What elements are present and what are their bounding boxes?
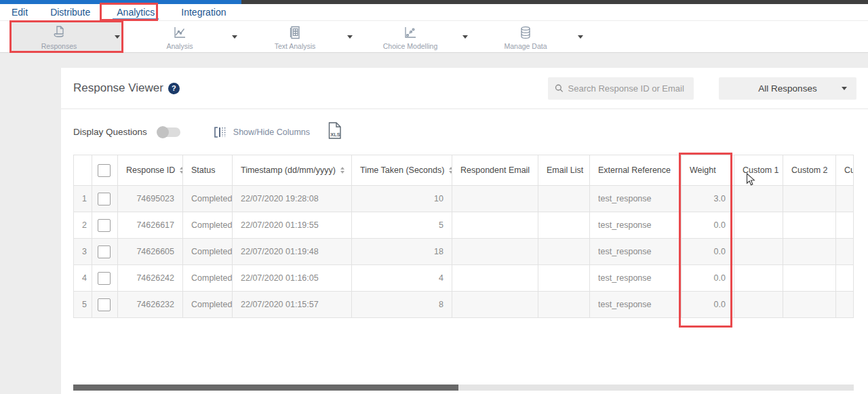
scrollbar-thumb[interactable] bbox=[73, 385, 458, 391]
col-header-custom1[interactable]: Custom 1 bbox=[734, 155, 783, 186]
table-row: 2 74626617 Completed 22/07/2020 01:19:55… bbox=[74, 212, 854, 239]
custom1-cell bbox=[734, 212, 783, 239]
row-checkbox[interactable] bbox=[98, 219, 111, 232]
chevron-down-icon[interactable] bbox=[232, 35, 237, 39]
toolbar-item-choice-modelling[interactable]: Choice Modelling bbox=[366, 22, 468, 52]
chevron-down-icon[interactable] bbox=[115, 35, 120, 39]
col-header-status[interactable]: Status bbox=[183, 155, 233, 186]
weight-cell: 0.0 bbox=[682, 239, 734, 265]
table-header-row: Response ID Status Timestamp (dd/mm/yyyy… bbox=[74, 155, 854, 186]
col-header-timestamp[interactable]: Timestamp (dd/mm/yyyy) bbox=[233, 155, 352, 186]
external-reference-cell: test_response bbox=[590, 292, 682, 318]
svg-text:XLS: XLS bbox=[330, 132, 340, 138]
row-select-cell bbox=[92, 212, 118, 239]
page-title: Response Viewer bbox=[73, 81, 163, 95]
response-id-link[interactable]: 74626242 bbox=[118, 265, 183, 292]
responses-table: Response ID Status Timestamp (dd/mm/yyyy… bbox=[73, 155, 854, 318]
row-checkbox[interactable] bbox=[98, 298, 111, 311]
row-select-cell bbox=[92, 186, 118, 212]
row-checkbox[interactable] bbox=[98, 193, 111, 205]
col-header-weight[interactable]: Weight bbox=[682, 155, 734, 186]
toolbar-item-label: Manage Data bbox=[504, 42, 547, 50]
time-taken-cell: 4 bbox=[352, 265, 452, 292]
nav-tab-analytics[interactable]: Analytics bbox=[113, 5, 159, 20]
custom3-cell bbox=[836, 265, 854, 292]
toolbar-item-label: Analysis bbox=[166, 42, 193, 50]
sort-icon[interactable] bbox=[180, 167, 182, 174]
row-number: 2 bbox=[74, 212, 92, 239]
manage-data-icon bbox=[517, 24, 534, 41]
response-id-link[interactable]: 74626232 bbox=[118, 292, 183, 318]
nav-tab-distribute[interactable]: Distribute bbox=[50, 7, 90, 18]
help-icon[interactable]: ? bbox=[168, 83, 180, 94]
col-header-respondent-email[interactable]: Respondent Email bbox=[452, 155, 538, 186]
toolbar-item-manage-data[interactable]: Manage Data bbox=[481, 22, 583, 52]
search-input[interactable] bbox=[568, 83, 687, 94]
response-id-link[interactable]: 74626617 bbox=[118, 212, 183, 239]
status-cell: Completed bbox=[183, 292, 233, 318]
table-row: 4 74626242 Completed 22/07/2020 01:16:05… bbox=[74, 265, 854, 292]
row-checkbox[interactable] bbox=[98, 245, 111, 258]
col-header-time-taken[interactable]: Time Taken (Seconds) bbox=[352, 155, 452, 186]
row-select-cell bbox=[92, 239, 118, 265]
analysis-icon bbox=[172, 24, 188, 41]
email-list-cell bbox=[538, 212, 590, 239]
col-header-custom2[interactable]: Custom 2 bbox=[783, 155, 836, 186]
col-header-response-id[interactable]: Response ID bbox=[118, 155, 183, 186]
export-xls-button[interactable]: XLS bbox=[328, 122, 342, 142]
email-list-cell bbox=[538, 186, 590, 212]
toolbar-item-label: Text Analysis bbox=[275, 42, 316, 50]
nav-tab-edit[interactable]: Edit bbox=[12, 7, 28, 18]
email-list-cell bbox=[538, 239, 590, 265]
timestamp-cell: 22/07/2020 19:28:08 bbox=[233, 186, 352, 212]
choice-modelling-icon bbox=[402, 24, 418, 41]
chevron-down-icon[interactable] bbox=[462, 35, 468, 39]
row-number: 1 bbox=[74, 186, 92, 212]
row-number: 4 bbox=[74, 265, 92, 292]
response-id-link[interactable]: 74626605 bbox=[118, 239, 183, 265]
response-filter-dropdown[interactable]: All Responses bbox=[719, 77, 856, 100]
custom2-cell bbox=[783, 186, 836, 212]
chevron-down-icon[interactable] bbox=[578, 35, 583, 39]
custom3-cell bbox=[836, 239, 854, 265]
col-header-email-list[interactable]: Email List bbox=[538, 155, 590, 186]
search-icon bbox=[555, 83, 564, 93]
time-taken-cell: 5 bbox=[352, 212, 452, 239]
show-hide-columns-button[interactable]: Show/Hide Columns bbox=[213, 125, 310, 139]
chevron-down-icon[interactable] bbox=[347, 35, 353, 39]
time-taken-cell: 18 bbox=[352, 239, 452, 265]
custom1-cell bbox=[734, 186, 783, 212]
time-taken-cell: 8 bbox=[352, 292, 452, 318]
select-all-checkbox[interactable] bbox=[98, 164, 111, 177]
col-header-custom3[interactable]: Cus bbox=[836, 155, 854, 186]
row-checkbox[interactable] bbox=[98, 272, 111, 285]
display-questions-label: Display Questions bbox=[73, 127, 147, 137]
toolbar-item-label: Responses bbox=[41, 42, 77, 50]
custom2-cell bbox=[783, 212, 836, 239]
row-number: 3 bbox=[74, 239, 92, 265]
respondent-email-cell bbox=[452, 186, 538, 212]
toolbar-item-text-analysis[interactable]: Text Analysis bbox=[251, 22, 353, 52]
external-reference-cell: test_response bbox=[590, 239, 682, 265]
respondent-email-cell bbox=[452, 239, 538, 265]
sort-icon[interactable] bbox=[340, 167, 344, 174]
main-nav: Edit Distribute Analytics Integration bbox=[0, 4, 868, 21]
text-analysis-icon bbox=[287, 24, 303, 41]
custom3-cell bbox=[836, 186, 854, 212]
toolbar-item-responses[interactable]: Responses bbox=[12, 22, 121, 52]
horizontal-scrollbar[interactable] bbox=[73, 385, 854, 391]
response-id-link[interactable]: 74695023 bbox=[118, 186, 183, 212]
col-header-external-reference[interactable]: External Reference bbox=[590, 155, 682, 186]
custom3-cell bbox=[836, 292, 854, 318]
analytics-toolbar: Responses Analysis bbox=[0, 21, 868, 53]
custom1-cell bbox=[734, 239, 783, 265]
sort-icon[interactable] bbox=[449, 167, 452, 174]
toggle-knob bbox=[157, 126, 169, 138]
filter-selected-value: All Responses bbox=[758, 83, 816, 94]
status-cell: Completed bbox=[183, 186, 233, 212]
display-questions-toggle[interactable] bbox=[157, 127, 180, 137]
email-list-cell bbox=[538, 265, 590, 292]
nav-tab-integration[interactable]: Integration bbox=[181, 7, 226, 18]
toolbar-item-analysis[interactable]: Analysis bbox=[136, 22, 237, 52]
respondent-email-cell bbox=[452, 292, 538, 318]
